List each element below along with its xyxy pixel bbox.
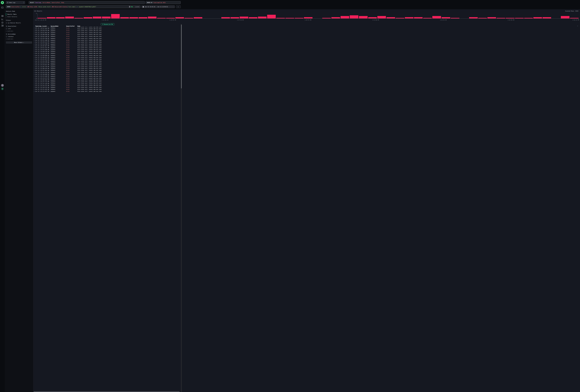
- row-expand-chevron[interactable]: [33, 87, 35, 88]
- row-expand-chevron[interactable]: [33, 76, 35, 77]
- chart-explorer-icon[interactable]: [1, 18, 3, 20]
- table-row[interactable]: Jun 11 1:56:03.248 PMpaymenterrorVisa ca…: [33, 35, 182, 37]
- column-resize-handle-icon[interactable]: ⋮: [77, 26, 77, 27]
- select-query-input[interactable]: SELECT Timestamp, ServiceName, SeverityT…: [29, 1, 145, 4]
- histogram-bar[interactable]: [166, 18, 175, 18]
- row-expand-chevron[interactable]: [33, 49, 35, 50]
- row-expand-chevron[interactable]: [33, 30, 35, 31]
- table-row[interactable]: Jun 11 1:55:39.324 PMpaymenterrorVisa ca…: [33, 41, 182, 43]
- row-expand-chevron[interactable]: [33, 74, 35, 75]
- column-resize-handle-icon[interactable]: ⋮: [65, 26, 66, 27]
- histogram-bar[interactable]: [139, 17, 147, 18]
- language-toggle-lucene[interactable]: Lucene: [135, 6, 139, 7]
- histogram-bar[interactable]: [74, 18, 83, 18]
- histogram-bar[interactable]: [56, 17, 65, 18]
- histogram-bar[interactable]: [38, 18, 46, 18]
- table-row[interactable]: Jun 11 1:53:41.873 PMpaymenterrorVisa ca…: [33, 58, 182, 60]
- col-header-timestamp[interactable]: Timestamp (Local): [35, 25, 50, 27]
- table-row[interactable]: Jun 11 1:52:19.473 PMpaymenterrorVisa ca…: [33, 77, 182, 79]
- histogram-bar[interactable]: [84, 17, 92, 18]
- table-row[interactable]: Jun 11 1:52:30.469 PMpaymenterrorVisa ca…: [33, 73, 182, 75]
- source-select[interactable]: Demo Logs: [6, 1, 25, 4]
- row-expand-chevron[interactable]: [33, 51, 35, 52]
- table-row[interactable]: Jun 11 1:54:40.218 PMpaymenterrorVisa ca…: [33, 51, 182, 52]
- column-resize-handle-icon[interactable]: ⋮: [50, 26, 51, 27]
- row-expand-chevron[interactable]: [33, 89, 35, 90]
- histogram-bar[interactable]: [120, 17, 129, 18]
- table-row[interactable]: Jun 11 1:54:09.906 PMpaymenterrorVisa ca…: [33, 54, 182, 56]
- table-row[interactable]: Jun 11 1:53:00.676 PMpaymenterrorVisa ca…: [33, 68, 182, 69]
- table-row[interactable]: Jun 11 1:55:16.296 PMpaymenterrorVisa ca…: [33, 43, 182, 45]
- table-row[interactable]: Jun 11 1:51:31.415 PMpaymenterrorVisa ca…: [33, 89, 182, 90]
- table-row[interactable]: Jun 11 1:56:38.534 PMpaymenterrorVisa ca…: [33, 30, 182, 32]
- table-row[interactable]: Jun 11 1:53:24.274 PMpaymenterrorVisa ca…: [33, 62, 182, 64]
- row-expand-chevron[interactable]: [33, 36, 35, 37]
- row-expand-chevron[interactable]: [33, 70, 35, 71]
- col-header-body[interactable]: Body: [77, 25, 182, 27]
- table-row[interactable]: Jun 11 1:51:43.121 PMpaymenterrorVisa ca…: [33, 85, 182, 87]
- filter-group-header[interactable]: SeverityText: [6, 26, 32, 27]
- histogram-bar[interactable]: [157, 18, 166, 18]
- user-avatar[interactable]: U: [1, 87, 4, 90]
- row-expand-chevron[interactable]: [33, 43, 35, 45]
- histogram-bar[interactable]: [102, 16, 111, 18]
- analysis-mode-results-table[interactable]: Results Table: [6, 13, 32, 15]
- row-expand-chevron[interactable]: [33, 72, 35, 73]
- table-row[interactable]: Jun 11 1:52:35.232 PMpaymenterrorVisa ca…: [33, 71, 182, 73]
- histogram-bar[interactable]: [47, 17, 55, 18]
- histogram-bar[interactable]: [148, 16, 156, 18]
- filter-option-checkout[interactable]: checkout: [6, 36, 32, 37]
- sessions-icon[interactable]: [1, 21, 3, 23]
- table-row[interactable]: Jun 11 1:51:23.457 PMpaymenterrorVisa ca…: [33, 90, 182, 92]
- table-row[interactable]: Jun 11 1:54:52.241 PMpaymenterrorVisa ca…: [33, 47, 182, 49]
- dashboards-icon[interactable]: [1, 25, 3, 26]
- table-row[interactable]: Jun 11 1:52:51.824 PMpaymenterrorVisa ca…: [33, 70, 182, 71]
- row-expand-chevron[interactable]: [33, 32, 35, 33]
- table-row[interactable]: Jun 11 1:55:59.760 PMpaymenterrorVisa ca…: [33, 37, 182, 39]
- table-row[interactable]: Jun 11 1:52:25.630 PMpaymenterrorVisa ca…: [33, 75, 182, 77]
- row-expand-chevron[interactable]: [33, 68, 35, 69]
- table-row[interactable]: Jun 11 1:51:57.712 PMpaymenterrorVisa ca…: [33, 81, 182, 83]
- row-expand-chevron[interactable]: [33, 41, 35, 43]
- load-more-button[interactable]: Load more: [6, 38, 32, 39]
- row-expand-chevron[interactable]: [33, 83, 35, 84]
- row-expand-chevron[interactable]: [33, 77, 35, 79]
- search-logs-icon[interactable]: [1, 15, 3, 17]
- order-by-input[interactable]: ORDER BY TimestampTime DESC: [146, 1, 181, 4]
- vertical-scrollbar-thumb[interactable]: [181, 25, 182, 88]
- histogram-bar[interactable]: [111, 14, 120, 18]
- row-expand-chevron[interactable]: [33, 38, 35, 39]
- run-query-button[interactable]: ▷: [176, 5, 181, 8]
- col-header-severitytext[interactable]: SeverityText: [66, 25, 77, 27]
- table-row[interactable]: Jun 11 1:55:07.827 PMpaymenterrorVisa ca…: [33, 45, 182, 47]
- row-expand-chevron[interactable]: [33, 64, 35, 65]
- histogram-bar[interactable]: [130, 17, 138, 18]
- row-expand-chevron[interactable]: [33, 62, 35, 64]
- row-expand-chevron[interactable]: [33, 66, 35, 67]
- resume-live-tail-button[interactable]: Resume Live Tail: [101, 23, 114, 25]
- row-expand-chevron[interactable]: [33, 81, 35, 82]
- filter-checkbox[interactable]: [6, 28, 7, 29]
- row-expand-chevron[interactable]: [33, 91, 35, 92]
- row-expand-chevron[interactable]: [33, 47, 35, 48]
- help-button[interactable]: ?: [1, 84, 4, 87]
- table-row[interactable]: Jun 11 1:53:26.250 PMpaymenterrorVisa ca…: [33, 60, 182, 62]
- col-header-servicename[interactable]: ServiceName: [51, 25, 65, 27]
- row-expand-chevron[interactable]: [33, 45, 35, 46]
- histogram-bar[interactable]: [93, 16, 101, 18]
- histogram-bar[interactable]: [65, 16, 74, 18]
- denoise-results-option[interactable]: Denoise Results: [6, 22, 32, 24]
- histogram-bar[interactable]: [175, 17, 182, 18]
- row-expand-chevron[interactable]: [33, 53, 35, 54]
- table-row[interactable]: Jun 11 1:53:10.922 PMpaymenterrorVisa ca…: [33, 64, 182, 66]
- row-expand-chevron[interactable]: [33, 34, 35, 35]
- table-row[interactable]: Jun 11 1:51:39.115 PMpaymenterrorVisa ca…: [33, 87, 182, 89]
- filter-group-header[interactable]: ServiceName: [6, 33, 32, 35]
- table-row[interactable]: Jun 11 1:56:08.948 PMpaymenterrorVisa ca…: [33, 33, 182, 35]
- row-expand-chevron[interactable]: [33, 85, 35, 86]
- table-row[interactable]: Jun 11 1:56:32.843 PMpaymenterrorVisa ca…: [33, 32, 182, 33]
- table-row[interactable]: Jun 11 1:53:05.578 PMpaymenterrorVisa ca…: [33, 66, 182, 68]
- row-expand-chevron[interactable]: [33, 60, 35, 62]
- where-query-input[interactable]: WHERE SeverityText = 'error' AND Body IL…: [6, 5, 141, 8]
- time-range-picker[interactable]: Jun 11 13:41:52 - Jun 11 13:56:52: [142, 5, 175, 8]
